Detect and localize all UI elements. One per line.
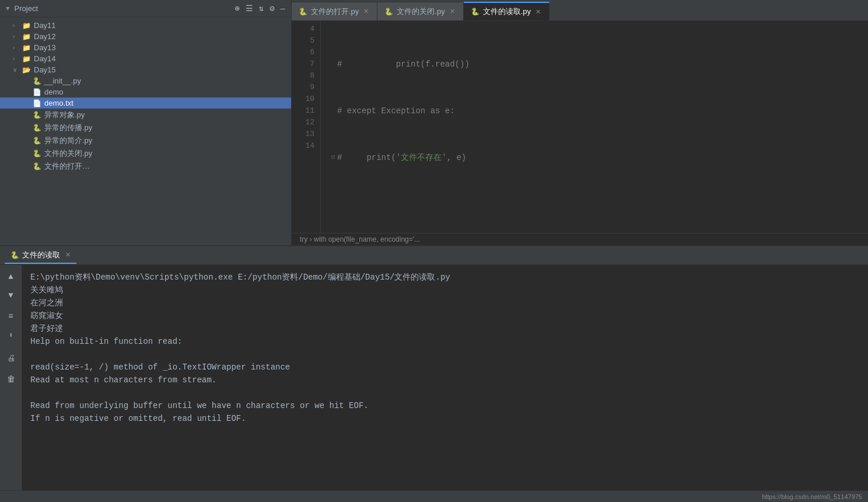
tab-label: 文件的读取.py [483, 6, 531, 17]
sidebar-header: ▼ Project ⊕ ☰ ⇅ ⚙ — [0, 0, 291, 18]
sidebar-item-exception-prop[interactable]: 🐍 异常的传播.py [0, 121, 291, 134]
sidebar-item-day11[interactable]: › 📁 Day11 [0, 20, 291, 31]
sidebar-title: Project [15, 4, 38, 13]
terminal-output-line-1: 关关雎鸠 [30, 284, 860, 297]
sidebar-item-exception-obj[interactable]: 🐍 异常对象.py [0, 109, 291, 121]
py-file-icon: 🐍 [32, 124, 42, 132]
terminal-tab-label: 文件的读取 [22, 250, 60, 260]
sidebar-item-label: __init__.py [44, 76, 81, 85]
sidebar-item-label: 文件的关闭.py [44, 148, 92, 159]
editor-area: 🐍 文件的打开.py ✕ 🐍 文件的关闭.py ✕ 🐍 文件的读取.py ✕ 4… [292, 0, 868, 245]
sidebar-item-label: Day13 [34, 43, 56, 52]
sidebar-item-day13[interactable]: › 📁 Day13 [0, 42, 291, 53]
code-text: # except Exception as e: [337, 105, 455, 117]
arrow-icon: › [13, 55, 21, 62]
sidebar-item-file-close[interactable]: 🐍 文件的关闭.py [0, 147, 291, 160]
sidebar-item-day15[interactable]: ∨ 📂 Day15 [0, 64, 291, 75]
sidebar-item-label: 异常对象.py [44, 110, 85, 120]
code-line-7 [329, 198, 868, 210]
txt-file-icon: 📄 [32, 88, 42, 96]
code-editor: 4 5 6 7 8 9 10 11 12 13 14 # print(f.rea… [292, 21, 868, 233]
terminal-tab-close[interactable]: ✕ [65, 251, 71, 259]
sidebar-item-file-open[interactable]: 🐍 文件的打开… [0, 160, 291, 173]
terminal-output-blank-2 [30, 386, 860, 399]
arrow-icon: › [13, 22, 21, 29]
collapse-icon[interactable]: ⬇ [4, 328, 18, 342]
sidebar-item-label: 异常的传播.py [44, 123, 92, 133]
sidebar-item-exception-intro[interactable]: 🐍 异常的简介.py [0, 134, 291, 147]
tab-file-read[interactable]: 🐍 文件的读取.py ✕ [464, 2, 550, 20]
sidebar-item-demo[interactable]: 📄 demo [0, 86, 291, 97]
terminal-output-line-5: Help on built-in function read: [30, 335, 860, 348]
sidebar-item-demo-txt[interactable]: 📄 demo.txt [0, 97, 291, 109]
tab-terminal[interactable]: 🐍 文件的读取 ✕ [5, 247, 76, 264]
breadcrumb: try › with open(file_name, encoding='... [292, 233, 868, 245]
sidebar-item-day12[interactable]: › 📁 Day12 [0, 31, 291, 42]
code-text [337, 198, 342, 210]
arrow-icon: ∨ [13, 67, 21, 73]
sidebar-header-icons: ⊕ ☰ ⇅ ⚙ — [235, 4, 285, 13]
terminal-cmd: E:\python资料\Demo\venv\Scripts\python.exe… [30, 271, 860, 284]
terminal-output-line-8: Read from underlying buffer until we hav… [30, 399, 860, 412]
arrow-icon: › [13, 44, 21, 51]
py-file-icon: 🐍 [32, 77, 42, 85]
tab-file-open[interactable]: 🐍 文件的打开.py ✕ [292, 2, 377, 20]
tab-py-icon: 🐍 [471, 8, 480, 16]
main-layout: ▼ Project ⊕ ☰ ⇅ ⚙ — › 📁 Day11 › 📁 Day12 [0, 0, 868, 245]
print-icon[interactable]: 🖨 [4, 351, 18, 365]
py-file-icon: 🐍 [32, 137, 42, 145]
sidebar-tree: › 📁 Day11 › 📁 Day12 › 📁 Day13 › 📁 Day14 [0, 18, 291, 245]
py-file-icon: 🐍 [32, 162, 42, 170]
code-text: # print(f.read()) [337, 58, 470, 70]
sidebar-collapse-arrow[interactable]: ▼ [6, 5, 10, 12]
terminal-output-line-6: read(size=-1, /) method of _io.TextIOWra… [30, 361, 860, 374]
arrow-icon: › [13, 33, 21, 40]
expand-icon[interactable]: ⇅ [259, 4, 264, 13]
trash-icon[interactable]: 🗑 [4, 372, 18, 386]
sidebar-item-init[interactable]: 🐍 __init__.py [0, 75, 291, 86]
tab-close-button[interactable]: ✕ [534, 8, 542, 16]
sidebar: ▼ Project ⊕ ☰ ⇅ ⚙ — › 📁 Day11 › 📁 Day12 [0, 0, 292, 245]
sidebar-item-label: demo [44, 88, 64, 96]
breadcrumb-text: try › with open(file_name, encoding='... [300, 235, 420, 243]
tab-py-icon: 🐍 [299, 8, 307, 16]
tab-file-close[interactable]: 🐍 文件的关闭.py ✕ [377, 2, 463, 20]
txt-file-icon: 📄 [32, 99, 42, 107]
tab-close-button[interactable]: ✕ [362, 7, 370, 16]
scroll-down-icon[interactable]: ▼ [4, 288, 18, 302]
scroll-up-icon[interactable]: ▲ [4, 270, 18, 284]
bottom-panel: 🐍 文件的读取 ✕ ▲ ▼ ≡ ⬇ 🖨 🗑 E:\python资料\Demo\v… [0, 245, 868, 490]
py-file-icon: 🐍 [32, 149, 42, 158]
terminal-output-line-2: 在河之洲 [30, 297, 860, 309]
terminal-output-blank-1 [30, 348, 860, 361]
folder-icon: 📁 [21, 33, 32, 41]
tab-close-button[interactable]: ✕ [449, 7, 456, 16]
terminal-output-line-9: If n is negative or omitted, read until … [30, 412, 860, 425]
sidebar-item-label: 异常的简介.py [44, 135, 92, 146]
terminal-py-icon: 🐍 [10, 251, 19, 259]
folder-open-icon: 📂 [21, 66, 32, 74]
bottom-panel-tabs: 🐍 文件的读取 ✕ [0, 246, 868, 265]
code-line-5: # except Exception as e: [329, 105, 868, 117]
collapse-all-icon[interactable]: ☰ [246, 4, 253, 13]
cmd-text: E:\python资料\Demo\venv\Scripts\python.exe… [30, 273, 450, 282]
code-line-6: ⊟ # print('文件不存在', e) [329, 152, 868, 163]
minimize-icon[interactable]: — [281, 4, 285, 13]
line-numbers: 4 5 6 7 8 9 10 11 12 13 14 [292, 21, 321, 233]
fold-gutter[interactable]: ⊟ [329, 152, 337, 163]
folder-icon: 📁 [21, 22, 32, 30]
settings-icon[interactable]: ⚙ [270, 4, 274, 13]
status-bar: https://blog.csdn.net/m0_51147975 [0, 490, 868, 502]
sidebar-item-label: Day12 [34, 32, 56, 41]
terminal-output-line-4: 君子好逑 [30, 322, 860, 335]
locate-icon[interactable]: ⊕ [235, 4, 239, 13]
terminal-output: E:\python资料\Demo\venv\Scripts\python.exe… [22, 265, 868, 490]
code-content[interactable]: # print(f.read()) # except Exception as … [321, 21, 868, 233]
soft-wrap-icon[interactable]: ≡ [4, 309, 18, 323]
sidebar-item-day14[interactable]: › 📁 Day14 [0, 53, 291, 64]
sidebar-item-label: Day11 [34, 21, 56, 30]
folder-icon: 📁 [21, 55, 32, 63]
tab-py-icon: 🐍 [384, 8, 393, 16]
status-url: https://blog.csdn.net/m0_51147975 [762, 493, 862, 500]
code-text: # print('文件不存在', e) [337, 152, 466, 163]
